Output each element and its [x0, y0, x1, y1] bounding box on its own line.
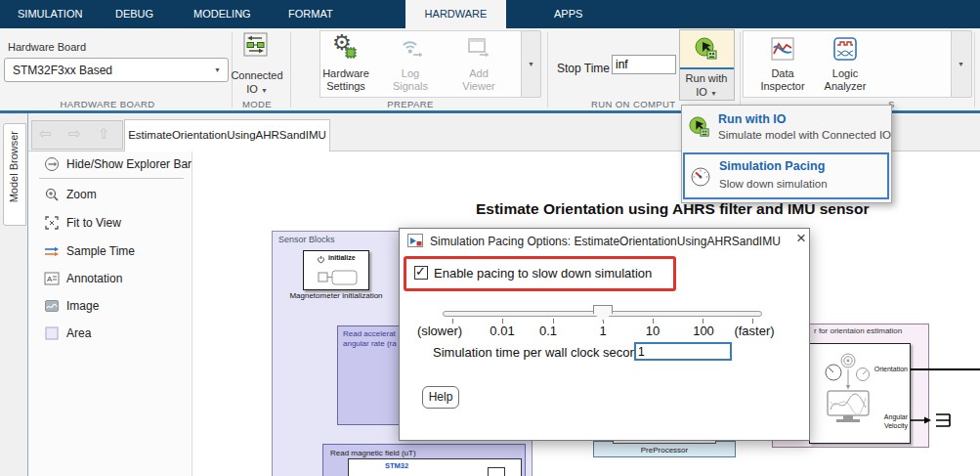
ahrs-area-label: r for orientaion estimation: [814, 326, 902, 335]
simulink-window: SIMULATION DEBUG MODELING FORMAT HARDWAR…: [0, 0, 980, 476]
pacing-gauge-icon: [690, 166, 711, 188]
back-arrow-icon[interactable]: ⇦: [39, 125, 52, 143]
up-arrow-icon[interactable]: ⇧: [98, 125, 110, 143]
red-highlight-box: [404, 256, 676, 291]
ribbon-separator: [740, 32, 741, 108]
help-button[interactable]: Help: [422, 386, 459, 409]
sidebar-divider: [39, 178, 184, 179]
magnetometer-label: Magnetometer initialization: [274, 291, 399, 300]
run-with-io-button[interactable]: Run with IO ▼: [679, 29, 735, 101]
menu-item-run-with-io[interactable]: Run with IO Simulate model with Connecte…: [682, 107, 890, 151]
sidebar-item-sample-time[interactable]: Sample Time: [66, 244, 135, 258]
add-viewer-icon: [466, 35, 491, 61]
explorer-bar-icon[interactable]: [44, 156, 60, 172]
image-icon[interactable]: [44, 298, 60, 314]
hardware-board-select[interactable]: STM32F3xx Based ▼: [4, 58, 229, 82]
tab-hardware[interactable]: HARDWARE: [405, 0, 506, 28]
forward-arrow-icon[interactable]: ⇨: [68, 125, 81, 143]
stm32-block[interactable]: STM32: [348, 458, 522, 476]
dropdown-caret-icon: ▼: [528, 61, 534, 67]
sensor-blocks-label: Sensor Blocks: [278, 235, 335, 244]
svg-text:A: A: [47, 275, 53, 283]
tab-modeling[interactable]: MODELING: [193, 0, 251, 28]
data-inspector-icon: [770, 36, 795, 62]
run-with-io-icon: [689, 116, 710, 138]
nav-arrow-box: ⇦ ⇨ ⇧: [31, 120, 123, 150]
sidebar-item-explorer-bar[interactable]: Hide/Show Explorer Bar: [66, 157, 192, 171]
dropdown-caret-icon: ▼: [261, 87, 268, 94]
ribbon-separator: [547, 32, 548, 108]
tab-format[interactable]: FORMAT: [288, 0, 333, 28]
power-icon: [317, 255, 325, 264]
sidebar-item-image[interactable]: Image: [66, 299, 99, 313]
sidebar-item-fit-to-view[interactable]: Fit to View: [66, 216, 121, 230]
hardware-settings-button[interactable]: ⚙ Hardware Settings: [322, 32, 369, 94]
initialize-block[interactable]: initialize: [303, 250, 369, 290]
read-mag-block[interactable]: Read magnetic field (uT) STM32: [322, 444, 526, 476]
dropdown-caret-icon: ▼: [214, 66, 221, 73]
connected-io-button[interactable]: Connected IO ▼: [234, 30, 279, 96]
stop-time-input[interactable]: [612, 55, 676, 74]
ribbon-separator: [974, 32, 975, 108]
slider-label-1: 1: [599, 324, 606, 338]
document-tab[interactable]: EstimateOrientationUsingAHRSandIMU: [124, 119, 330, 151]
add-viewer-button[interactable]: Add Viewer: [455, 32, 502, 94]
sidebar-item-area[interactable]: Area: [66, 326, 91, 340]
run-with-io-icon: [695, 37, 718, 61]
annotation-icon[interactable]: A: [44, 271, 60, 286]
terminator-icon: [911, 412, 956, 428]
section-prepare: PREPARE: [387, 99, 434, 109]
editor-left-border: [27, 113, 28, 476]
chip-icon: [344, 46, 358, 60]
log-signals-icon: [398, 35, 423, 61]
menu-item-simulation-pacing[interactable]: Simulation Pacing Slow down simulation: [683, 152, 889, 199]
zoom-icon[interactable]: [44, 187, 60, 202]
prepare-more-button[interactable]: ▼: [521, 30, 541, 98]
pacing-input-label: Simulation time per wall clock second: [433, 345, 644, 360]
section-hardware-board: HARDWARE BOARD: [60, 99, 154, 109]
slider-label-slower: (slower): [417, 324, 462, 338]
hardware-board-label: Hardware Board: [8, 41, 86, 53]
slider-label-01: 0.1: [539, 324, 557, 338]
logic-analyzer-button[interactable]: Logic Analyzer: [822, 32, 869, 94]
dropdown-caret-icon: ▼: [710, 90, 717, 97]
section-run-on-computer: RUN ON COMPUT: [591, 99, 675, 109]
sample-time-icon[interactable]: [43, 245, 61, 257]
pacing-input[interactable]: [634, 342, 732, 361]
area-icon[interactable]: [44, 325, 60, 341]
gauges-monitor-icon: [824, 352, 873, 428]
orientation-signal-line: [911, 368, 980, 370]
section-mode: MODE: [242, 99, 272, 109]
tab-apps[interactable]: APPS: [554, 0, 582, 28]
ahrs-block[interactable]: Orientation Angular Velocity: [809, 343, 911, 444]
tab-debug[interactable]: DEBUG: [115, 0, 153, 28]
data-inspector-button[interactable]: Data Inspector: [759, 32, 806, 94]
pacing-dialog-icon: [407, 234, 423, 248]
sidebar-item-annotation[interactable]: Annotation: [66, 272, 122, 285]
slider-label-001: 0.01: [490, 324, 514, 338]
close-icon[interactable]: ×: [796, 229, 806, 248]
model-browser-tab[interactable]: Model Browser: [3, 123, 26, 226]
sidebar-item-zoom[interactable]: Zoom: [66, 188, 97, 201]
log-signals-button[interactable]: Log Signals: [387, 32, 434, 94]
fit-to-view-icon[interactable]: [44, 215, 60, 231]
stop-time-label: Stop Time: [557, 62, 610, 75]
dropdown-caret-icon: ▼: [958, 61, 964, 67]
pacing-dialog-title: Simulation Pacing Options: EstimateOrien…: [430, 235, 781, 248]
tab-simulation[interactable]: SIMULATION: [18, 0, 82, 28]
connected-io-icon: [243, 32, 268, 57]
ribbon-separator: [290, 32, 291, 108]
logic-analyzer-icon: [832, 36, 858, 62]
review-more-button[interactable]: ▼: [951, 30, 972, 98]
stm32-port-glyph: [488, 467, 505, 476]
subsystem-port-glyph: [318, 269, 359, 285]
slider-label-faster: (faster): [734, 324, 774, 338]
slider-label-100: 100: [693, 324, 714, 338]
slider-label-10: 10: [646, 324, 660, 338]
